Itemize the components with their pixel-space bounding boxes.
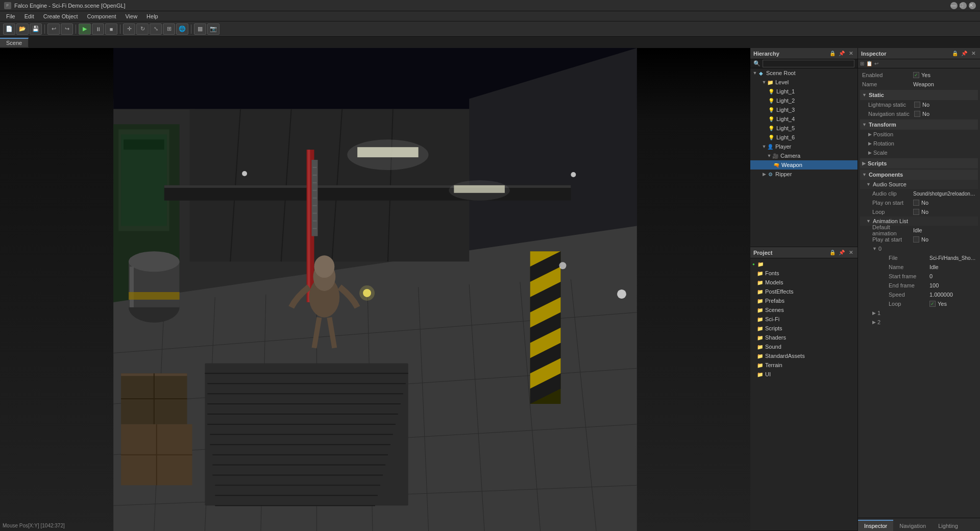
inspector-lock-btn[interactable]: 🔒 xyxy=(951,50,959,57)
tree-toggle[interactable]: ▼ xyxy=(762,144,767,149)
toolbar-undo-btn[interactable]: ↩ xyxy=(47,23,60,35)
static-section-header[interactable]: ▼ Static xyxy=(860,90,978,100)
navigation-tab[interactable]: Navigation xyxy=(893,520,932,531)
project-item-standardassets[interactable]: 📁 StandardAssets xyxy=(750,351,857,360)
hierarchy-close-btn[interactable]: ✕ xyxy=(847,50,854,57)
hierarchy-item-ripper[interactable]: ▶ ⚙ Ripper xyxy=(750,170,857,179)
project-lock-btn[interactable]: 🔒 xyxy=(829,249,836,256)
toolbar-new-btn[interactable]: 📄 xyxy=(3,23,15,35)
inspector-controls: 🔒 📌 ✕ xyxy=(951,50,977,57)
play-at-start-checkbox[interactable] xyxy=(913,236,919,243)
folder-icon: 📁 xyxy=(756,297,764,304)
project-item-fonts[interactable]: 📁 Fonts xyxy=(750,269,857,278)
scripts-section-header[interactable]: ▶ Scripts xyxy=(860,158,978,168)
toolbar-layout-btn[interactable]: ▦ xyxy=(194,23,206,35)
tree-toggle[interactable]: ▼ xyxy=(752,70,757,76)
menu-file[interactable]: File xyxy=(2,12,19,20)
minimize-button[interactable]: — xyxy=(950,2,958,9)
audio-arrow: ▼ xyxy=(866,182,871,187)
hierarchy-lock-btn[interactable]: 🔒 xyxy=(829,50,836,57)
anim1-header[interactable]: ▶ 1 xyxy=(860,308,978,318)
mouse-position: Mouse Pos[X:Y] [1042:372] xyxy=(3,523,65,528)
svg-point-67 xyxy=(129,251,180,272)
viewport[interactable]: Mouse Pos[X:Y] [1042:372] xyxy=(0,48,750,531)
transform-section-header[interactable]: ▼ Transform xyxy=(860,119,978,130)
toolbar-camera-btn[interactable]: 📷 xyxy=(207,23,219,35)
inspector-close-btn[interactable]: ✕ xyxy=(970,50,977,57)
menu-component[interactable]: Component xyxy=(83,12,120,20)
project-close-btn[interactable]: ✕ xyxy=(847,249,854,256)
project-item-scenes[interactable]: 📁 Scenes xyxy=(750,305,857,315)
project-item-prefabs[interactable]: 📁 Prefabs xyxy=(750,296,857,305)
toolbar-translate-btn[interactable]: ✛ xyxy=(123,23,135,35)
anim0-loop-value: Yes xyxy=(938,301,976,307)
hierarchy-item-light2[interactable]: 💡 Light_2 xyxy=(750,96,857,105)
menu-view[interactable]: View xyxy=(121,12,141,20)
loop-checkbox[interactable] xyxy=(913,209,919,215)
scene-tab-item[interactable]: Scene xyxy=(0,38,29,47)
toolbar-stop-btn[interactable]: ■ xyxy=(105,23,117,35)
toolbar-pause-btn[interactable]: ⏸ xyxy=(92,23,104,35)
tree-toggle[interactable]: ▼ xyxy=(762,80,767,85)
project-controls: 🔒 📌 ✕ xyxy=(829,249,854,256)
toolbar-rotate-btn[interactable]: ↻ xyxy=(136,23,149,35)
hierarchy-item-player[interactable]: ▼ 👤 Player xyxy=(750,142,857,151)
project-item-sound[interactable]: 📁 Sound xyxy=(750,342,857,351)
anim0-header[interactable]: ▼ 0 xyxy=(860,244,978,253)
menu-help[interactable]: Help xyxy=(142,12,162,20)
light-icon: 💡 xyxy=(768,88,775,95)
project-item-models[interactable]: 📁 Models xyxy=(750,278,857,287)
project-item-ui[interactable]: 📁 UI xyxy=(750,370,857,379)
hierarchy-label: Light_5 xyxy=(776,125,795,131)
project-pin-btn[interactable]: 📌 xyxy=(838,249,845,256)
inspector-pin-btn[interactable]: 📌 xyxy=(961,50,968,57)
hierarchy-search-input[interactable] xyxy=(763,60,854,67)
inspector-tab[interactable]: Inspector xyxy=(858,520,893,531)
audio-source-header[interactable]: ▼ Audio Source xyxy=(860,180,978,189)
project-item-shaders[interactable]: 📁 Shaders xyxy=(750,333,857,342)
tree-toggle[interactable]: ▼ xyxy=(767,153,772,158)
project-item-posteffects[interactable]: 📁 PostEffects xyxy=(750,287,857,296)
project-item-scifi[interactable]: 📁 Sci-Fi xyxy=(750,315,857,324)
player-icon: 👤 xyxy=(767,143,774,150)
window-controls[interactable]: — □ ✕ xyxy=(950,2,976,9)
hierarchy-item-light3[interactable]: 💡 Light_3 xyxy=(750,105,857,114)
close-button[interactable]: ✕ xyxy=(969,2,976,9)
hierarchy-controls: 🔒 📌 ✕ xyxy=(829,50,854,57)
project-item-scripts[interactable]: 📁 Scripts xyxy=(750,324,857,333)
components-section-header[interactable]: ▼ Components xyxy=(860,170,978,180)
hierarchy-item-light6[interactable]: 💡 Light_6 xyxy=(750,133,857,142)
hierarchy-item-weapon[interactable]: 🔫 Weapon xyxy=(750,160,857,170)
anim2-header[interactable]: ▶ 2 xyxy=(860,318,978,327)
maximize-button[interactable]: □ xyxy=(960,2,967,9)
toolbar-play-btn[interactable]: ▶ xyxy=(79,23,91,35)
navstatic-checkbox[interactable] xyxy=(914,111,920,117)
toolbar-scale-btn[interactable]: ⤡ xyxy=(150,23,162,35)
toolbar-sep1 xyxy=(44,25,45,34)
toolbar-globe-btn[interactable]: 🌐 xyxy=(176,23,188,35)
hierarchy-item-camera[interactable]: ▼ 🎥 Camera xyxy=(750,151,857,160)
name-value: Weapon xyxy=(913,81,976,87)
menu-create-object[interactable]: Create Object xyxy=(39,12,82,20)
hierarchy-item-light5[interactable]: 💡 Light_5 xyxy=(750,124,857,133)
hierarchy-item-level[interactable]: ▼ 📁 Level xyxy=(750,78,857,87)
tree-toggle[interactable]: ▶ xyxy=(762,172,767,177)
project-root[interactable]: ● 📁 xyxy=(750,259,857,269)
hierarchy-pin-btn[interactable]: 📌 xyxy=(838,50,845,57)
menu-edit[interactable]: Edit xyxy=(20,12,38,20)
toolbar-snap-btn[interactable]: ⊞ xyxy=(163,23,175,35)
toolbar-redo-btn[interactable]: ↪ xyxy=(61,23,73,35)
hierarchy-item-scene-root[interactable]: ▼ ◆ Scene Root xyxy=(750,68,857,78)
anim0-end-label: End frame xyxy=(889,282,929,288)
hierarchy-item-light1[interactable]: 💡 Light_1 xyxy=(750,87,857,96)
toolbar-save-btn[interactable]: 💾 xyxy=(30,23,42,35)
hierarchy-item-light4[interactable]: 💡 Light_4 xyxy=(750,114,857,124)
svg-point-82 xyxy=(242,171,247,176)
toolbar-open-btn[interactable]: 📂 xyxy=(16,23,29,35)
lightmap-checkbox[interactable] xyxy=(914,102,920,108)
play-on-start-checkbox[interactable] xyxy=(913,200,919,206)
anim0-loop-checkbox[interactable] xyxy=(929,301,936,307)
enabled-checkbox[interactable] xyxy=(913,72,919,78)
lighting-tab[interactable]: Lighting xyxy=(932,520,964,531)
project-item-terrain[interactable]: 📁 Terrain xyxy=(750,360,857,370)
